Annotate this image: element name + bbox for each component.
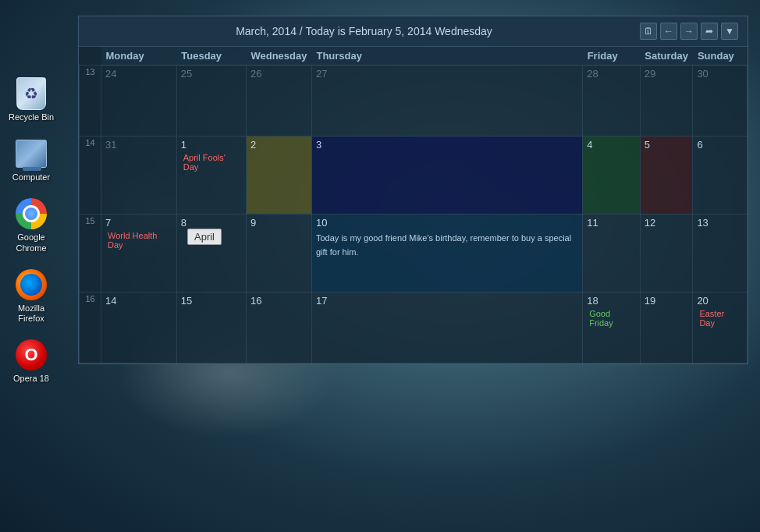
table-row[interactable]: 20 Easter Day bbox=[693, 293, 748, 364]
day-april-7: 7 bbox=[105, 217, 172, 229]
mozilla-firefox-icon[interactable]: Mozilla Firefox bbox=[4, 269, 59, 324]
opera-icon[interactable]: O Opera 18 bbox=[4, 339, 59, 384]
day-april-12: 12 bbox=[645, 217, 689, 229]
day-25: 25 bbox=[181, 68, 242, 80]
day-26: 26 bbox=[250, 68, 307, 80]
calendar-week-16: 16 14 15 16 bbox=[80, 293, 748, 364]
calendar-view-button[interactable]: 🗓 bbox=[640, 23, 657, 40]
table-row[interactable]: 28 bbox=[583, 66, 641, 137]
recycle-bin-icon[interactable]: Recycle Bin bbox=[4, 78, 59, 122]
day-april-6: 6 bbox=[697, 139, 743, 151]
expand-button[interactable]: ➦ bbox=[701, 23, 718, 40]
calendar-grid: Monday Tuesday Wednesday Thursday Friday… bbox=[79, 47, 748, 364]
header-controls: 🗓 ← → ➦ ▼ bbox=[640, 23, 738, 40]
day-24: 24 bbox=[105, 68, 172, 80]
day-april-13: 13 bbox=[697, 217, 743, 229]
mike-birthday-event: Today is my good friend Mike's birthday,… bbox=[316, 233, 571, 257]
computer-image bbox=[16, 140, 47, 168]
table-row[interactable]: 13 bbox=[693, 215, 748, 293]
day-april-10: 10 bbox=[316, 217, 578, 229]
day-april-15: 15 bbox=[181, 295, 242, 307]
table-row[interactable]: 29 bbox=[640, 66, 693, 137]
next-month-button[interactable]: → bbox=[680, 23, 698, 40]
table-row[interactable]: 6 bbox=[693, 137, 748, 215]
table-row[interactable]: 19 bbox=[640, 293, 693, 364]
week-number-16: 16 bbox=[80, 293, 101, 364]
table-row[interactable]: 5 bbox=[640, 137, 693, 215]
week-number-15: 15 bbox=[80, 215, 101, 293]
week-number-14: 14 bbox=[80, 137, 101, 215]
table-row[interactable]: 17 bbox=[311, 293, 582, 364]
day-april-11: 11 bbox=[587, 217, 636, 229]
table-row[interactable]: 24 bbox=[101, 66, 177, 137]
computer-label: Computer bbox=[12, 172, 50, 183]
table-row[interactable]: 27 bbox=[311, 66, 582, 137]
day-header-sunday: Sunday bbox=[693, 47, 748, 66]
day-header-saturday: Saturday bbox=[640, 47, 693, 66]
day-header-tuesday: Tuesday bbox=[176, 47, 246, 66]
day-april-18: 18 bbox=[587, 295, 636, 307]
table-row[interactable]: 16 bbox=[246, 293, 311, 364]
table-row[interactable]: 31 bbox=[101, 137, 177, 215]
google-chrome-icon[interactable]: Google Chrome bbox=[4, 198, 59, 253]
day-april-3: 3 bbox=[316, 139, 578, 151]
day-header-wednesday: Wednesday bbox=[246, 47, 311, 66]
table-row[interactable]: 14 bbox=[101, 293, 177, 364]
table-row[interactable]: 25 bbox=[176, 66, 246, 137]
prev-icon: ← bbox=[664, 26, 673, 37]
table-row[interactable]: 9 bbox=[246, 215, 311, 293]
day-april-1: 1 bbox=[181, 139, 242, 151]
table-row[interactable]: 26 bbox=[246, 66, 311, 137]
good-friday-event: Good Friday bbox=[587, 308, 636, 328]
table-row[interactable]: 8 bbox=[176, 215, 246, 293]
day-30: 30 bbox=[697, 68, 743, 80]
opera-label: Opera 18 bbox=[13, 374, 49, 384]
day-april-9: 9 bbox=[250, 217, 307, 229]
next-icon: → bbox=[684, 26, 694, 37]
world-health-day-event: World Health Day bbox=[105, 230, 172, 250]
table-row[interactable]: 18 Good Friday bbox=[583, 293, 641, 364]
day-headers-row: Monday Tuesday Wednesday Thursday Friday… bbox=[80, 47, 748, 66]
day-28: 28 bbox=[587, 68, 636, 80]
more-icon: ▼ bbox=[725, 26, 734, 37]
table-row[interactable]: 3 bbox=[311, 137, 582, 215]
april-fools-day-event: April Fools' Day bbox=[181, 152, 242, 172]
prev-month-button[interactable]: ← bbox=[660, 23, 677, 40]
opera-image: O bbox=[16, 339, 47, 371]
chrome-image bbox=[16, 198, 47, 229]
table-row[interactable]: 15 bbox=[176, 293, 246, 364]
day-27: 27 bbox=[316, 68, 578, 80]
day-april-5: 5 bbox=[645, 139, 689, 151]
table-row[interactable]: 7 World Health Day bbox=[101, 215, 177, 293]
day-header-thursday: Thursday bbox=[311, 47, 582, 66]
week-number-13: 13 bbox=[80, 66, 101, 137]
calendar-view-icon: 🗓 bbox=[644, 26, 653, 37]
table-row[interactable]: 4 bbox=[583, 137, 641, 215]
day-april-2: 2 bbox=[250, 139, 307, 151]
calendar-week-14: 14 31 1 April Fools' Day 2 bbox=[80, 137, 748, 215]
expand-icon: ➦ bbox=[705, 26, 713, 37]
table-row[interactable]: 2 bbox=[246, 137, 311, 215]
day-april-20: 20 bbox=[697, 295, 743, 307]
week-num-header bbox=[80, 47, 101, 66]
day-29: 29 bbox=[645, 68, 689, 80]
table-row[interactable]: 1 April Fools' Day bbox=[176, 137, 246, 215]
firefox-image bbox=[16, 269, 47, 300]
recycle-bin-image bbox=[16, 77, 46, 110]
calendar-widget: March, 2014 / Today is February 5, 2014 … bbox=[78, 16, 748, 364]
day-31: 31 bbox=[105, 139, 172, 151]
table-row[interactable]: 30 bbox=[693, 66, 748, 137]
more-button[interactable]: ▼ bbox=[721, 23, 738, 40]
day-april-17: 17 bbox=[316, 295, 578, 307]
table-row[interactable]: 12 bbox=[640, 215, 693, 293]
day-header-monday: Monday bbox=[101, 47, 177, 66]
day-april-8: 8 bbox=[181, 217, 242, 229]
calendar-week-13: 13 24 25 26 bbox=[80, 66, 748, 137]
firefox-label: Mozilla Firefox bbox=[4, 303, 59, 324]
day-april-16: 16 bbox=[250, 295, 307, 307]
computer-icon[interactable]: Computer bbox=[4, 138, 59, 183]
table-row[interactable]: 10 Today is my good friend Mike's birthd… bbox=[311, 215, 582, 293]
calendar-title: March, 2014 / Today is February 5, 2014 … bbox=[88, 25, 640, 37]
table-row[interactable]: 11 bbox=[583, 215, 641, 293]
day-header-friday: Friday bbox=[583, 47, 641, 66]
